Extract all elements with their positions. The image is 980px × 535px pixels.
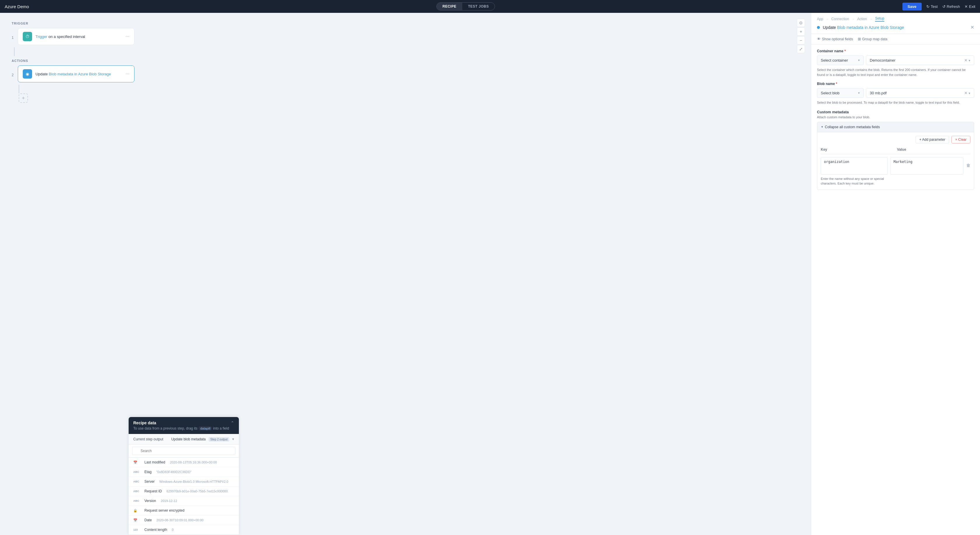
calendar-icon: 📅: [133, 518, 142, 522]
step1-card[interactable]: ⏱ Trigger on a specified interval ···: [18, 28, 134, 45]
list-item[interactable]: 🔒 Request server encrypted: [129, 506, 239, 516]
abc-icon: ABC: [133, 499, 142, 502]
zoom-out-button[interactable]: −: [797, 36, 805, 45]
step-output-name: Update blob metadata: [171, 437, 205, 441]
breadcrumb-action[interactable]: Action: [857, 17, 867, 21]
blob-name-label: Blob name: [817, 82, 974, 86]
step2-number: 2: [12, 73, 14, 77]
breadcrumb-connection[interactable]: Connection: [831, 17, 849, 21]
recipe-panel: Recipe data To use data from a previous …: [128, 417, 239, 535]
trigger-label: TRIGGER: [12, 22, 799, 25]
grid-icon: ⊞: [858, 37, 861, 41]
connector1: [14, 47, 14, 56]
blob-value-input[interactable]: 30 mb.pdf ✕ ▾: [866, 88, 974, 98]
step1-link[interactable]: Trigger: [36, 34, 48, 39]
recenter-button[interactable]: ⊙: [797, 19, 805, 27]
clear-container-icon[interactable]: ✕: [964, 58, 967, 62]
container-name-field-group: Select container ▾ Democontainer ✕ ▾: [817, 56, 974, 65]
step1-number: 1: [12, 36, 14, 40]
metadata-key-input[interactable]: [821, 157, 888, 175]
list-item[interactable]: 📅 Date 2020-08-30T10:09:01.000+00:00: [129, 516, 239, 525]
recipe-panel-body: Current step output Update blob metadata…: [129, 434, 239, 535]
step-output-toggle[interactable]: Current step output Update blob metadata…: [129, 434, 239, 444]
list-item[interactable]: 📅 Last modified 2020-08-13T05:16:36.000+…: [129, 458, 239, 467]
metadata-inner: + Add parameter × Clear Key Value Enter …: [817, 132, 974, 190]
step1-icon: ⏱: [23, 32, 32, 41]
panel-body: Container name Select container ▾ Democo…: [811, 45, 980, 535]
add-parameter-button[interactable]: + Add parameter: [916, 136, 949, 144]
breadcrumb-setup[interactable]: Setup: [875, 16, 884, 22]
container-select-dropdown[interactable]: Select container ▾: [817, 56, 864, 65]
step2-more[interactable]: ···: [126, 71, 129, 77]
topbar-actions: Save ↻ Test ↺ Refresh ✕ Exit: [902, 3, 975, 11]
canvas-controls: ⊙ + − ⤢: [797, 19, 805, 53]
tab-pill: RECIPE TEST JOBS: [436, 2, 495, 11]
value-header: Value: [897, 147, 970, 152]
clear-blob-icon[interactable]: ✕: [964, 91, 967, 95]
step1-more[interactable]: ···: [126, 34, 129, 39]
clear-button[interactable]: × Clear: [951, 136, 970, 144]
breadcrumb: App → Connection → Action → Setup: [817, 16, 974, 22]
blob-select-dropdown[interactable]: Select blob ▾: [817, 88, 864, 98]
list-item[interactable]: ABC Server Windows-Azure-Blob/1.0 Micros…: [129, 477, 239, 487]
refresh-button[interactable]: ↺ Refresh: [942, 5, 960, 9]
key-header: Key: [821, 147, 894, 152]
list-item[interactable]: 123 Content length 0: [129, 525, 239, 535]
zoom-in-button[interactable]: +: [797, 27, 805, 36]
tab-recipe[interactable]: RECIPE: [437, 3, 462, 10]
add-step-button[interactable]: +: [19, 93, 28, 103]
step2-text: Update Blob metadata in Azure Blob Stora…: [36, 72, 122, 76]
step2-link[interactable]: Blob metadata in Azure Blob Storage: [49, 72, 111, 76]
list-item[interactable]: ABC Etag "0x8D83F480D2C36DD": [129, 467, 239, 477]
refresh-icon: ↺: [942, 5, 946, 9]
breadcrumb-app[interactable]: App: [817, 17, 823, 21]
metadata-hint: Enter the name without any space or spec…: [821, 176, 888, 186]
add-step-container: +: [16, 93, 799, 103]
abc-icon: ABC: [133, 480, 142, 483]
expand-blob-icon[interactable]: ▾: [969, 91, 970, 95]
panel-title-row: Update Blob metadata in Azure Blob Stora…: [817, 24, 974, 30]
blob-desc: Select the blob to be processed. To map …: [817, 100, 974, 105]
step2-icon: ◉: [23, 69, 32, 78]
eye-icon: 👁: [817, 37, 821, 41]
container-value-input[interactable]: Democontainer ✕ ▾: [866, 56, 974, 65]
custom-metadata-title: Custom metadata: [817, 110, 974, 114]
panel-close-button[interactable]: ✕: [970, 24, 974, 30]
delete-metadata-row-button[interactable]: 🗑: [966, 163, 970, 168]
fit-button[interactable]: ⤢: [797, 45, 805, 53]
breadcrumb-arrow1: →: [826, 17, 829, 21]
show-optional-fields-toggle[interactable]: 👁 Show optional fields: [817, 37, 853, 41]
right-panel: App → Connection → Action → Setup Update…: [811, 13, 980, 535]
save-button[interactable]: Save: [902, 3, 922, 11]
abc-icon: ABC: [133, 490, 142, 493]
list-item[interactable]: ABC Version 2019-12-12: [129, 496, 239, 506]
group-map-toggle[interactable]: ⊞ Group map data: [858, 37, 888, 41]
num-icon: 123: [133, 528, 142, 531]
main-layout: ⊙ + − ⤢ TRIGGER 1 ⏱ Trigger on a specifi…: [0, 13, 980, 535]
recipe-panel-title: Recipe data: [133, 420, 229, 425]
metadata-row: Enter the name without any space or spec…: [821, 157, 970, 186]
subtitle-start: To use data from a previous step, drag i…: [133, 426, 197, 430]
panel-dot: [817, 26, 820, 29]
list-item[interactable]: ABC Request ID 629970b9-b01e-00a0-75b5-7…: [129, 487, 239, 496]
panel-title-link[interactable]: Blob metadata in Azure Blob Storage: [837, 25, 904, 30]
step-output-label: Current step output: [133, 437, 163, 441]
custom-metadata-subtitle: Attach custom metadata to your blob.: [817, 115, 974, 119]
step1-text: Trigger on a specified interval: [36, 34, 122, 39]
test-icon: ↻: [926, 5, 929, 9]
panel-options: 👁 Show optional fields ⊞ Group map data: [811, 34, 980, 45]
step2-card[interactable]: ◉ Update Blob metadata in Azure Blob Sto…: [18, 65, 134, 82]
recipe-panel-collapse-button[interactable]: ⌃: [231, 420, 234, 425]
exit-button[interactable]: ✕ Exit: [964, 5, 975, 9]
collapse-metadata-toggle[interactable]: ▾ Collapse all custom metadata fields: [817, 122, 974, 132]
test-button[interactable]: ↻ Test: [926, 5, 938, 9]
tab-test-jobs[interactable]: TEST JOBS: [462, 3, 495, 10]
expand-container-icon[interactable]: ▾: [969, 59, 970, 62]
step-badge: Step 2 output: [208, 437, 229, 442]
metadata-value-input[interactable]: [891, 157, 964, 175]
datapill: datapill: [198, 426, 212, 430]
recipe-panel-header: Recipe data To use data from a previous …: [129, 417, 239, 434]
chevron-down-icon: ▾: [858, 91, 860, 95]
collapse-icon: ▾: [821, 125, 823, 129]
search-input[interactable]: [132, 447, 235, 455]
